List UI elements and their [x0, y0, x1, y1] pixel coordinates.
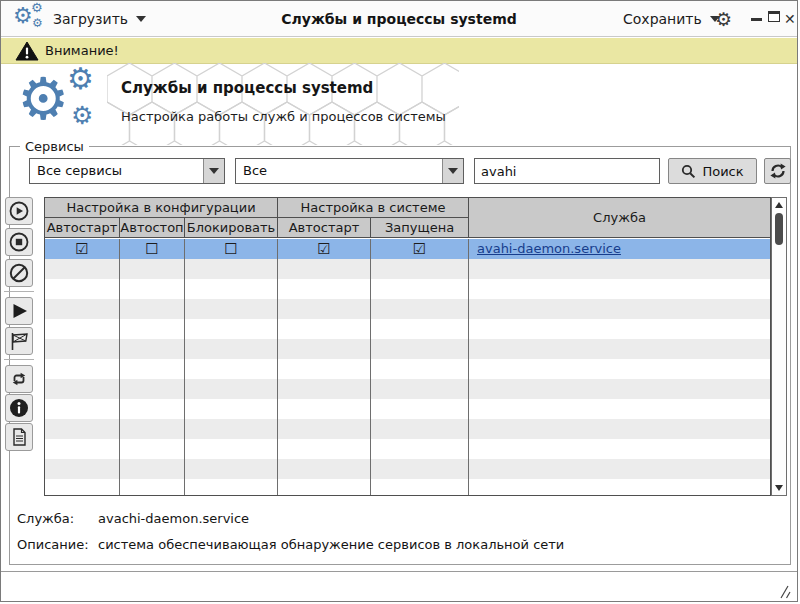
- table-row-empty: [45, 279, 770, 299]
- journal-button[interactable]: [5, 423, 33, 451]
- column-header-running: Запущена: [371, 218, 468, 237]
- warning-triangle-icon: [15, 41, 39, 61]
- triangle-down-icon: [775, 485, 783, 491]
- column-header-service: Служба: [469, 198, 770, 238]
- save-menu-button[interactable]: Сохранить: [623, 7, 720, 31]
- status-bar: [1, 571, 797, 602]
- service-detail-label: Служба:: [17, 511, 74, 526]
- service-filter-dropdown[interactable]: Все сервисы: [29, 158, 225, 184]
- column-header-autostart-system: Автостарт: [278, 218, 371, 237]
- chevron-down-icon: [136, 16, 146, 22]
- finish-flag-icon: [8, 330, 30, 352]
- minimize-button[interactable]: [751, 18, 762, 21]
- load-menu-label: Загрузить: [53, 11, 128, 27]
- search-icon: [681, 164, 696, 179]
- toolbar-divider: [4, 291, 34, 292]
- table-header: Настройка в конфигурации Автостарт Автос…: [45, 198, 770, 238]
- dropdown-arrow-button[interactable]: [442, 159, 463, 183]
- dropdown-arrow-button[interactable]: [203, 159, 224, 183]
- table-row-empty: [45, 479, 770, 495]
- play-circle-icon: [8, 200, 30, 222]
- table-row-empty: [45, 419, 770, 439]
- description-detail-label: Описание:: [17, 537, 89, 552]
- scroll-up-arrow[interactable]: [772, 199, 786, 211]
- prohibit-icon: [8, 262, 30, 284]
- search-button-label: Поиск: [702, 164, 743, 179]
- checkbox-checked-icon[interactable]: ☑: [371, 239, 469, 259]
- refresh-icon: [769, 162, 787, 180]
- titlebar: ⚙⚙⚙ Загрузить Службы и процессы systemd …: [1, 1, 797, 37]
- save-menu-label: Сохранить: [623, 11, 702, 27]
- table-body: ☑☐☐☑☑avahi-daemon.service: [45, 239, 770, 495]
- info-icon: [8, 397, 30, 419]
- table-row-empty: [45, 379, 770, 399]
- state-filter-value: Все: [243, 159, 267, 183]
- scrollbar-thumb[interactable]: [775, 213, 783, 245]
- table-row-empty: [45, 299, 770, 319]
- app-window: ⚙⚙⚙ Загрузить Службы и процессы systemd …: [0, 0, 798, 602]
- app-header: ⚙⚙⚙ Службы и процессы systemd Настройка …: [1, 65, 797, 145]
- search-input[interactable]: [474, 158, 660, 184]
- checkbox-unchecked-icon[interactable]: ☐: [185, 239, 278, 259]
- disable-autostart-button[interactable]: [5, 228, 33, 256]
- close-button[interactable]: ✕: [784, 9, 796, 29]
- page-subtitle: Настройка работы служб и процессов систе…: [121, 109, 446, 124]
- table-row-empty: [45, 359, 770, 379]
- document-icon: [8, 426, 30, 448]
- app-logo-gears-icon: ⚙⚙⚙: [15, 61, 111, 145]
- enable-autostart-button[interactable]: [5, 197, 33, 225]
- services-table: Настройка в конфигурации Автостарт Автос…: [44, 197, 771, 496]
- load-menu-button[interactable]: Загрузить: [53, 7, 146, 31]
- description-detail-value: система обеспечивающая обнаружение серви…: [98, 537, 564, 552]
- stop-service-button[interactable]: [5, 327, 33, 355]
- start-service-button[interactable]: [5, 297, 33, 325]
- scroll-down-arrow[interactable]: [772, 482, 786, 494]
- restart-arrows-icon: [8, 368, 30, 390]
- chevron-down-icon: [209, 168, 219, 174]
- service-detail-value: avachi-daemon.service: [98, 511, 249, 526]
- triangle-up-icon: [775, 202, 783, 208]
- table-scrollbar[interactable]: [771, 197, 787, 496]
- page-title: Службы и процессы systemd: [121, 79, 373, 97]
- chevron-down-icon: [448, 168, 458, 174]
- table-row-empty: [45, 439, 770, 459]
- table-row-empty: [45, 339, 770, 359]
- search-button[interactable]: Поиск: [668, 158, 757, 184]
- state-filter-dropdown[interactable]: Все: [235, 158, 464, 184]
- settings-gear-icon[interactable]: ⚙: [715, 8, 732, 30]
- service-filter-value: Все сервисы: [37, 159, 122, 183]
- column-header-block: Блокировать: [185, 218, 277, 237]
- app-logo-gears-icon: ⚙⚙⚙: [11, 1, 49, 37]
- table-row-empty: [45, 259, 770, 279]
- toolbar-divider: [4, 359, 34, 360]
- maximize-button[interactable]: [768, 11, 780, 22]
- column-header-autostop: Автостоп: [120, 218, 185, 237]
- checkbox-checked-icon[interactable]: ☑: [278, 239, 371, 259]
- hexagon-pattern: [107, 63, 459, 145]
- window-title: Службы и процессы systemd: [151, 1, 647, 37]
- checkbox-checked-icon[interactable]: ☑: [45, 239, 120, 259]
- resize-grip[interactable]: [777, 585, 791, 599]
- stop-circle-icon: [8, 231, 30, 253]
- service-link[interactable]: avahi-daemon.service: [477, 241, 621, 256]
- column-header-autostart-config: Автостарт: [45, 218, 120, 237]
- table-row[interactable]: ☑☐☐☑☑avahi-daemon.service: [45, 239, 770, 259]
- play-icon: [8, 300, 30, 322]
- table-row-empty: [45, 399, 770, 419]
- group-header-system: Настройка в системе: [278, 198, 468, 218]
- warning-bar[interactable]: Внимание!: [1, 38, 797, 64]
- table-row-empty: [45, 319, 770, 339]
- restart-service-button[interactable]: [5, 365, 33, 393]
- block-service-button[interactable]: [5, 259, 33, 287]
- info-button[interactable]: [5, 394, 33, 422]
- group-header-config: Настройка в конфигурации: [45, 198, 277, 218]
- table-row-empty: [45, 459, 770, 479]
- services-legend: Сервисы: [20, 139, 89, 154]
- refresh-button[interactable]: [764, 158, 791, 184]
- checkbox-unchecked-icon[interactable]: ☐: [120, 239, 185, 259]
